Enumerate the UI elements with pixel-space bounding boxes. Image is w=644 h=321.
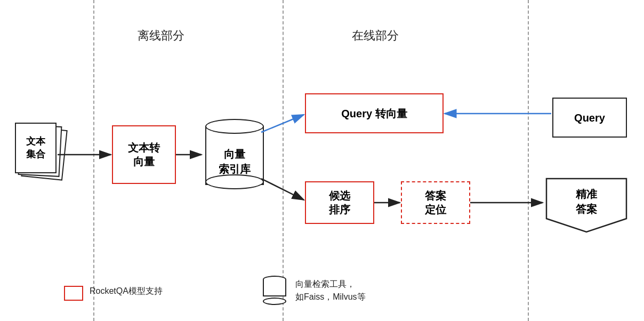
section-online: 在线部分 (352, 28, 399, 44)
arrows-overlay (0, 0, 644, 321)
legend-cylinder-icon (261, 276, 288, 305)
query-label: Query (574, 111, 605, 125)
legend-rocketqa: RocketQA模型支持 (64, 285, 163, 301)
answer-location-box: 答案 定位 (401, 181, 470, 224)
legend-vector-tool-label: 向量检索工具， 如Faiss，Milvus等 (295, 278, 366, 303)
precise-answer-label: 精准 答案 (544, 187, 629, 216)
candidate-ranking-box: 候选 排序 (305, 181, 374, 224)
legend-rocketqa-icon (64, 286, 83, 301)
vector-index-cylinder: 向量 索引库 (203, 112, 267, 192)
query-box: Query (552, 98, 627, 138)
answer-location-label: 答案 定位 (425, 189, 446, 216)
text-collection-label: 文本 集合 (26, 135, 45, 160)
legend-vector-tool: 向量检索工具， 如Faiss，Milvus等 (261, 276, 366, 305)
text-collection-icon: 文本 集合 (15, 123, 68, 187)
legend-rocketqa-label: RocketQA模型支持 (90, 285, 163, 298)
query-to-vector-box: Query 转向量 (305, 93, 444, 133)
text-to-vector-box: 文本转 向量 (112, 125, 176, 184)
query-to-vector-label: Query 转向量 (341, 107, 407, 121)
text-to-vector-label: 文本转 向量 (128, 141, 160, 168)
divider-right (528, 0, 529, 321)
precise-answer-container: 精准 答案 (544, 176, 629, 237)
candidate-ranking-label: 候选 排序 (329, 189, 350, 216)
divider-center (283, 0, 284, 321)
section-offline: 离线部分 (138, 28, 184, 44)
diagram-container: 离线部分 在线部分 文本 集合 文本转 向量 向量 索引库 Query 转向量 … (0, 0, 644, 321)
vector-index-label: 向量 索引库 (219, 147, 251, 176)
divider-left (93, 0, 94, 321)
